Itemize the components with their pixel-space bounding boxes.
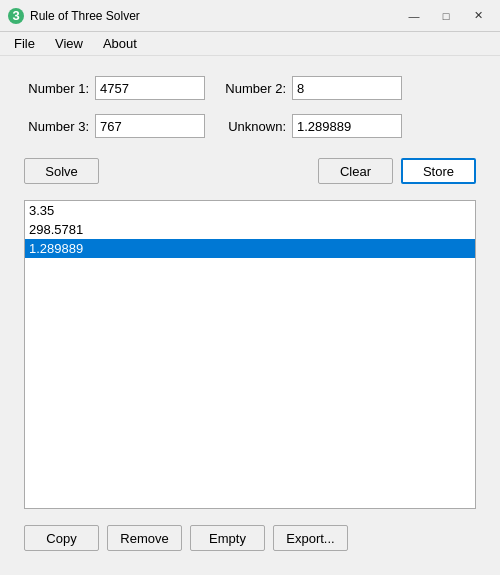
form-row-2: Number 3: Unknown: — [24, 114, 476, 138]
action-buttons-row: Solve Clear Store — [24, 158, 476, 184]
unknown-label: Unknown: — [221, 119, 286, 134]
copy-button[interactable]: Copy — [24, 525, 99, 551]
main-content: Number 1: Number 2: Number 3: Unknown: S… — [0, 56, 500, 575]
remove-button[interactable]: Remove — [107, 525, 182, 551]
title-bar: 3 Rule of Three Solver — □ ✕ — [0, 0, 500, 32]
bottom-buttons-row: Copy Remove Empty Export... — [24, 525, 476, 555]
results-listbox[interactable]: 3.35 298.5781 1.289889 — [24, 200, 476, 509]
title-bar-controls: — □ ✕ — [400, 6, 492, 26]
form-row-1: Number 1: Number 2: — [24, 76, 476, 100]
form-group-number1: Number 1: — [24, 76, 205, 100]
number1-label: Number 1: — [24, 81, 89, 96]
form-group-unknown: Unknown: — [221, 114, 402, 138]
number3-input[interactable] — [95, 114, 205, 138]
menu-about[interactable]: About — [93, 34, 147, 53]
menu-file[interactable]: File — [4, 34, 45, 53]
menu-view[interactable]: View — [45, 34, 93, 53]
number3-label: Number 3: — [24, 119, 89, 134]
title-bar-text: Rule of Three Solver — [30, 9, 400, 23]
number2-input[interactable] — [292, 76, 402, 100]
number2-label: Number 2: — [221, 81, 286, 96]
list-item-selected[interactable]: 1.289889 — [25, 239, 475, 258]
store-button[interactable]: Store — [401, 158, 476, 184]
clear-button[interactable]: Clear — [318, 158, 393, 184]
minimize-button[interactable]: — — [400, 6, 428, 26]
form-group-number3: Number 3: — [24, 114, 205, 138]
solve-button[interactable]: Solve — [24, 158, 99, 184]
export-button[interactable]: Export... — [273, 525, 348, 551]
close-button[interactable]: ✕ — [464, 6, 492, 26]
list-item[interactable]: 3.35 — [25, 201, 475, 220]
list-item[interactable]: 298.5781 — [25, 220, 475, 239]
listbox-content: 3.35 298.5781 1.289889 — [25, 201, 475, 508]
form-group-number2: Number 2: — [221, 76, 402, 100]
form-section: Number 1: Number 2: Number 3: Unknown: — [24, 76, 476, 138]
maximize-button[interactable]: □ — [432, 6, 460, 26]
empty-button[interactable]: Empty — [190, 525, 265, 551]
number1-input[interactable] — [95, 76, 205, 100]
unknown-input[interactable] — [292, 114, 402, 138]
app-icon: 3 — [8, 8, 24, 24]
menu-bar: File View About — [0, 32, 500, 56]
